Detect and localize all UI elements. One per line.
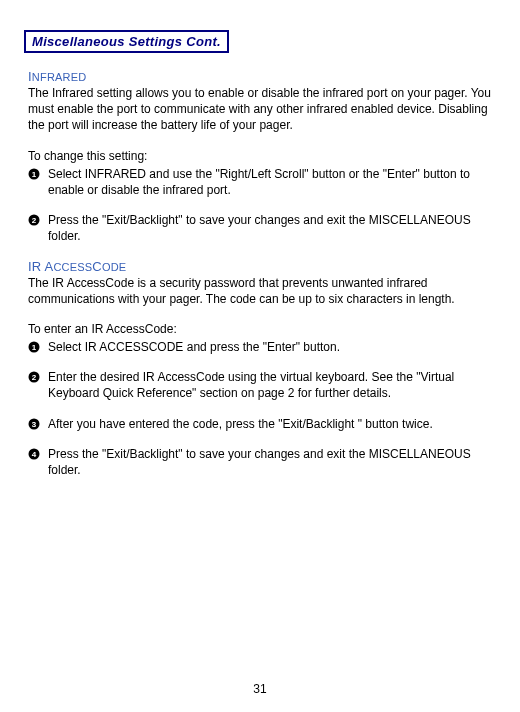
numbered-bullet-1-icon: 1 xyxy=(28,168,40,180)
section-title-infrared: INFRARED xyxy=(28,69,492,84)
infrared-description: The Infrared setting allows you to enabl… xyxy=(28,85,492,134)
accesscode-step-4: 4 Press the "Exit/Backlight" to save you… xyxy=(28,446,492,478)
step-text: Press the "Exit/Backlight" to save your … xyxy=(48,212,492,244)
numbered-bullet-1-icon: 1 xyxy=(28,341,40,353)
heading-box: Miscellaneous Settings Cont. xyxy=(24,30,324,53)
numbered-bullet-3-icon: 3 xyxy=(28,418,40,430)
section-title-accesscode: IR ACCESSCODE xyxy=(28,259,492,274)
numbered-bullet-4-icon: 4 xyxy=(28,448,40,460)
svg-text:2: 2 xyxy=(32,373,37,382)
svg-text:3: 3 xyxy=(32,420,37,429)
svg-text:4: 4 xyxy=(32,450,37,459)
numbered-bullet-2-icon: 2 xyxy=(28,214,40,226)
accesscode-step-3: 3 After you have entered the code, press… xyxy=(28,416,492,432)
infrared-step-1: 1 Select INFRARED and use the "Right/Lef… xyxy=(28,166,492,198)
accesscode-description: The IR AccessCode is a security password… xyxy=(28,275,492,307)
infrared-lead: To change this setting: xyxy=(28,148,492,164)
page-number: 31 xyxy=(0,682,520,696)
accesscode-step-1: 1 Select IR ACCESSCODE and press the "En… xyxy=(28,339,492,355)
heading-title: Miscellaneous Settings Cont. xyxy=(32,34,221,49)
infrared-step-2: 2 Press the "Exit/Backlight" to save you… xyxy=(28,212,492,244)
heading-border: Miscellaneous Settings Cont. xyxy=(24,30,229,53)
svg-text:2: 2 xyxy=(32,216,37,225)
step-text: After you have entered the code, press t… xyxy=(48,416,433,432)
accesscode-lead: To enter an IR AccessCode: xyxy=(28,321,492,337)
body-content: INFRARED The Infrared setting allows you… xyxy=(24,69,496,478)
numbered-bullet-2-icon: 2 xyxy=(28,371,40,383)
svg-text:1: 1 xyxy=(32,170,37,179)
step-text: Select IR ACCESSCODE and press the "Ente… xyxy=(48,339,340,355)
step-text: Enter the desired IR AccessCode using th… xyxy=(48,369,492,401)
svg-text:1: 1 xyxy=(32,343,37,352)
step-text: Select INFRARED and use the "Right/Left … xyxy=(48,166,492,198)
step-text: Press the "Exit/Backlight" to save your … xyxy=(48,446,492,478)
accesscode-step-2: 2 Enter the desired IR AccessCode using … xyxy=(28,369,492,401)
